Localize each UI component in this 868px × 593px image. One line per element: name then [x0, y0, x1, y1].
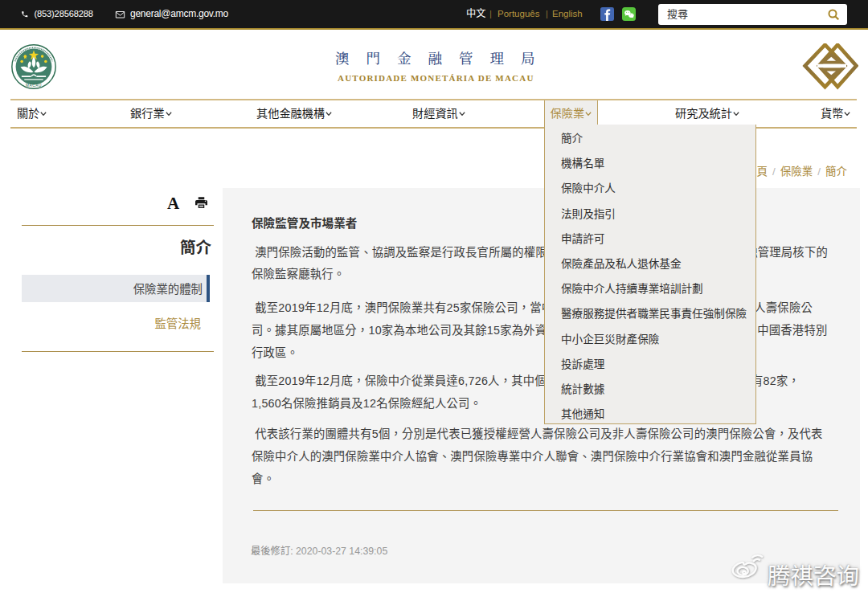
svg-text:MACAU: MACAU: [26, 84, 42, 88]
